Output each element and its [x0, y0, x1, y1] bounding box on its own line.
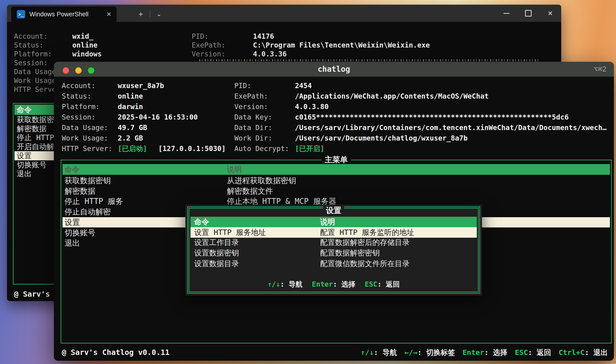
- window-title: chatlog: [54, 62, 614, 77]
- dialog-row-selected[interactable]: 设置 HTTP 服务地址 配置 HTTP 服务监听的地址: [190, 227, 477, 238]
- column-description: 说明: [320, 217, 335, 227]
- new-tab-button[interactable]: +: [135, 8, 147, 20]
- ps-label: Account:: [14, 32, 48, 41]
- hint-select: Enter选择: [463, 347, 508, 357]
- http-server-address: [127.0.0.1:5030]: [158, 143, 226, 154]
- tab-windows-powershell[interactable]: >_ Windows PowerShell ✕: [11, 7, 117, 22]
- info-label: HTTP Server:: [62, 143, 112, 154]
- menu-row[interactable]: 获取数据密钥 从进程获取数据密钥: [63, 175, 610, 186]
- chatlog-info-row: Work Usage: 2.2 GB Work Dir: /Users/sarv…: [54, 133, 614, 143]
- keyboard-hints: ↑/↓导航 ←/→切换标签 Enter选择 ESC返回 Ctrl+C退出: [361, 347, 608, 357]
- ps-info-row: Platform: windows Version: 4.0.3.36: [7, 50, 561, 58]
- info-value: c0165***********************************…: [295, 112, 569, 122]
- main-menu-header-row: 命令 说明: [63, 164, 610, 175]
- column-description: 说明: [227, 164, 242, 175]
- ps-label: Status:: [14, 41, 43, 50]
- info-label: Data Key:: [234, 112, 272, 122]
- minimize-button[interactable]: [495, 5, 517, 22]
- row-command: 设置数据密钥: [194, 248, 239, 258]
- hint-back: ESC返回: [365, 280, 400, 289]
- info-value: 2454: [295, 81, 312, 91]
- hint-navigate: ↑/↓导航: [361, 347, 397, 357]
- info-label: Data Usage:: [62, 123, 108, 133]
- dialog-title: 设置: [323, 206, 344, 215]
- info-value: 2025-04-16 16:53:00: [118, 112, 198, 122]
- window-controls: ✕: [495, 5, 561, 22]
- row-description: 解密数据文件: [227, 186, 273, 196]
- dialog-row[interactable]: 设置数据密钥 配置数据解密密钥: [190, 248, 477, 258]
- row-description: 配置微信数据文件所在目录: [320, 259, 410, 269]
- row-command: 设置工作目录: [194, 237, 239, 248]
- chatlog-info-row: HTTP Server: [已启动] [127.0.0.1:5030] Auto…: [54, 143, 614, 154]
- column-command: 命令: [65, 164, 80, 175]
- ps-info-row: Status: online ExePath: C:\Program Files…: [7, 41, 561, 50]
- info-value: 49.7 GB: [118, 123, 147, 133]
- row-command: 退出: [65, 238, 80, 248]
- settings-dialog: 设置 命令 说明 设置 HTTP 服务地址 配置 HTTP 服务监听的地址 设置…: [185, 205, 482, 296]
- ps-value: online: [72, 41, 97, 50]
- ps-info-row: Account: wxid_ PID: 14176: [7, 32, 561, 41]
- ps-label: Data Usage:: [14, 67, 60, 76]
- ps-value: 4.0.3.36: [253, 50, 287, 58]
- ps-label: Work Usage:: [14, 76, 60, 85]
- row-command: 停止 HTTP 服务: [65, 196, 123, 207]
- tab-close-icon[interactable]: ✕: [106, 11, 111, 18]
- ps-label: Platform:: [14, 50, 52, 58]
- powershell-titlebar[interactable]: >_ Windows PowerShell ✕ + ⌄ ✕: [7, 5, 561, 22]
- powershell-icon: >_: [17, 10, 25, 18]
- chatlog-info-row: Session: 2025-04-16 16:53:00 Data Key: c…: [54, 112, 614, 122]
- info-value: /Users/sarv/Library/Containers/com.tence…: [295, 123, 607, 133]
- info-label: Data Dir:: [234, 123, 272, 133]
- chatlog-info-row: Status: online ExePath: /Applications/We…: [54, 91, 614, 101]
- info-value: wxuser_8a7b: [118, 81, 164, 91]
- ps-label: Version:: [192, 50, 226, 58]
- row-command: 切换账号: [65, 228, 95, 238]
- row-command: 设置数据目录: [194, 259, 239, 269]
- info-value: /Users/sarv/Documents/chatlog/wxuser_8a7…: [295, 133, 468, 143]
- chatlog-window: chatlog ⌥⌘2 Account: wxuser_8a7b PID: 24…: [54, 62, 614, 361]
- ps-value: wxid_: [72, 32, 93, 41]
- ps-label: Session:: [14, 58, 48, 67]
- maximize-button[interactable]: [517, 5, 539, 22]
- info-label: Session:: [62, 112, 96, 122]
- main-menu-title: 主菜单: [321, 155, 351, 165]
- hint-quit: Ctrl+C退出: [559, 347, 608, 357]
- info-value: 2.2 GB: [118, 133, 143, 143]
- hint-back: ESC返回: [515, 347, 551, 357]
- window-shortcut-badge: ⌥⌘2: [594, 62, 606, 77]
- dialog-row[interactable]: 设置工作目录 配置数据解密后的存储目录: [190, 237, 477, 248]
- hint-switch-tab: ←/→切换标签: [404, 347, 455, 357]
- app-version-text: @ Sarv's Chatlog v0.0.11: [62, 347, 170, 357]
- chatlog-info-row: Account: wxuser_8a7b PID: 2454: [54, 81, 614, 91]
- ps-value: 14176: [253, 32, 274, 41]
- dialog-row[interactable]: 设置数据目录 配置微信数据文件所在目录: [190, 259, 477, 269]
- info-label: Account:: [62, 81, 96, 91]
- info-label: ExePath:: [234, 91, 268, 101]
- info-value: online: [118, 91, 143, 101]
- info-label: Platform:: [62, 102, 100, 112]
- tab-title: Windows PowerShell: [29, 11, 106, 18]
- desktop: { "colors": { "accent_green": "#2fa95c",…: [0, 0, 616, 364]
- row-command: 解密数据: [65, 186, 95, 196]
- row-description: 配置数据解密密钥: [320, 248, 380, 258]
- http-server-status-badge: [已启动]: [118, 143, 147, 154]
- info-value: /Applications/WeChat.app/Contents/MacOS/…: [295, 91, 489, 101]
- info-label: Work Usage:: [62, 133, 108, 143]
- tab-dropdown-icon[interactable]: ⌄: [153, 8, 165, 20]
- row-command: 设置: [65, 217, 80, 227]
- info-value: darwin: [118, 102, 143, 112]
- info-label: Version:: [234, 102, 268, 112]
- clipped-text-row: [199, 59, 540, 61]
- ps-value: windows: [72, 50, 102, 58]
- chatlog-titlebar[interactable]: chatlog ⌥⌘2: [54, 62, 614, 77]
- menu-row[interactable]: 解密数据 解密数据文件: [63, 186, 610, 196]
- ps-label: ExePath:: [192, 41, 226, 50]
- maximize-icon: [525, 10, 532, 16]
- chatlog-info-row: Platform: darwin Version: 4.0.3.80: [54, 102, 614, 112]
- row-command: 停止自动解密: [65, 207, 111, 217]
- tabbar-divider: [150, 11, 150, 17]
- minimize-icon: [503, 13, 509, 14]
- close-button[interactable]: ✕: [539, 5, 561, 22]
- dialog-footer-hints: ↑/↓导航 Enter选择 ESC返回: [190, 280, 477, 289]
- row-description: 配置 HTTP 服务监听的地址: [320, 227, 414, 238]
